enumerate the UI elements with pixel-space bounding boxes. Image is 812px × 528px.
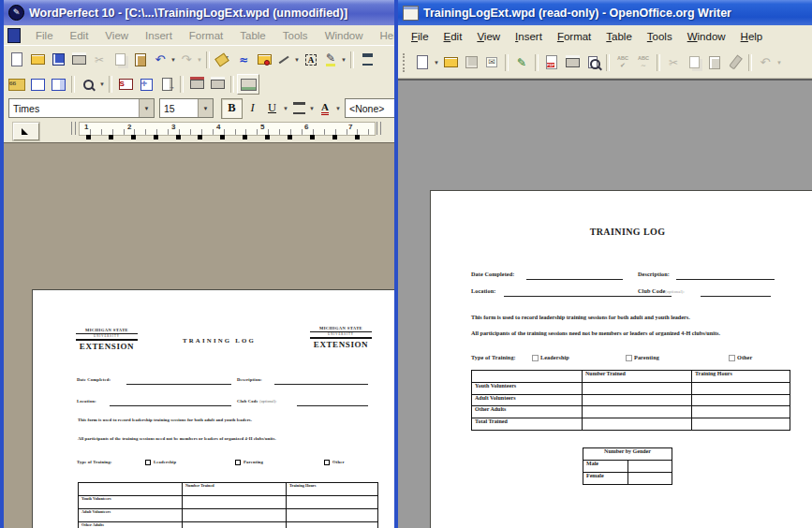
autospellcheck-icon[interactable]: ABC∼ bbox=[633, 53, 654, 72]
undo-icon[interactable]: ↶ bbox=[755, 53, 775, 72]
print-icon[interactable] bbox=[68, 51, 89, 69]
document-icon[interactable] bbox=[7, 28, 21, 43]
underline-dropdown-icon[interactable]: ▼ bbox=[282, 106, 289, 111]
page-preview-icon[interactable] bbox=[583, 53, 603, 72]
tab-stop-markers[interactable] bbox=[86, 135, 367, 139]
page-view-icon[interactable] bbox=[27, 75, 48, 94]
highlight-dropdown-icon[interactable]: ▼ bbox=[340, 57, 347, 63]
other-checkbox[interactable] bbox=[324, 460, 330, 465]
edit-file-icon[interactable]: ✎ bbox=[511, 53, 532, 72]
undo-dropdown-icon[interactable]: ▼ bbox=[775, 60, 783, 66]
print-icon[interactable] bbox=[562, 53, 583, 72]
wp-menu-view[interactable]: View bbox=[97, 28, 136, 43]
leadership-checkbox[interactable] bbox=[145, 460, 151, 465]
draw-scribble-icon[interactable]: ≈ bbox=[233, 51, 254, 69]
quickwords-icon[interactable]: 66 bbox=[7, 75, 27, 94]
leadership-checkbox[interactable] bbox=[532, 355, 539, 361]
text-style-dropdown-icon[interactable]: ▼ bbox=[334, 106, 342, 111]
fax-icon[interactable] bbox=[237, 74, 259, 95]
wp-menu-table[interactable]: Table bbox=[232, 28, 273, 43]
font-face-combo[interactable]: Times ▼ bbox=[8, 98, 155, 118]
save-icon[interactable] bbox=[48, 51, 68, 69]
printer-icon[interactable] bbox=[207, 75, 228, 94]
italic-button[interactable]: I bbox=[243, 99, 262, 118]
redo-icon[interactable]: ↷ bbox=[177, 51, 196, 69]
textbox-icon[interactable]: A bbox=[301, 51, 321, 69]
font-size-dropdown-icon[interactable]: ▼ bbox=[198, 99, 213, 117]
justification-icon[interactable] bbox=[289, 99, 308, 118]
wp-menu-window[interactable]: Window bbox=[317, 28, 371, 43]
wp-menu-tools[interactable]: Tools bbox=[275, 28, 316, 43]
oo-window-title: TrainingLogExt.wpd (read-only) - OpenOff… bbox=[423, 7, 731, 20]
print-history-icon[interactable] bbox=[186, 75, 207, 94]
parenting-checkbox[interactable] bbox=[235, 460, 241, 465]
exit-door-icon[interactable]: → bbox=[156, 75, 177, 94]
format-paintbrush-icon[interactable] bbox=[725, 53, 746, 72]
wp-menu-format[interactable]: Format bbox=[182, 28, 230, 43]
ruler-grip-left[interactable] bbox=[71, 122, 76, 135]
wp-menu-file[interactable]: File bbox=[28, 28, 61, 43]
other-checkbox[interactable] bbox=[729, 355, 735, 361]
oo-page[interactable]: TRAINING LOG Date Completed: Description… bbox=[430, 190, 812, 528]
font-size-combo[interactable]: 15 ▼ bbox=[159, 98, 214, 118]
paste-icon[interactable] bbox=[704, 53, 725, 72]
wp-titlebar[interactable]: ✎ WordPerfect 10 - [C:\...\TrainingLogEx… bbox=[4, 0, 406, 25]
graphics-icon[interactable] bbox=[254, 51, 274, 69]
zoom-icon[interactable] bbox=[78, 75, 98, 94]
numbered-list-icon[interactable] bbox=[357, 51, 377, 69]
bold-button[interactable]: B bbox=[221, 98, 243, 119]
oo-menu-tools[interactable]: Tools bbox=[640, 28, 680, 45]
line-dropdown-icon[interactable]: ▼ bbox=[293, 57, 301, 63]
cut-icon[interactable]: ✂ bbox=[89, 51, 110, 69]
highlight-icon[interactable]: ✎ bbox=[321, 51, 340, 69]
fit-page-icon[interactable]: ✛ bbox=[136, 75, 156, 94]
oo-titlebar[interactable]: TrainingLogExt.wpd (read-only) - OpenOff… bbox=[398, 0, 812, 25]
spellcheck-icon[interactable]: ABC✔ bbox=[613, 53, 633, 72]
email-icon[interactable]: ✉ bbox=[481, 53, 502, 72]
oo-menu-format[interactable]: Format bbox=[550, 28, 598, 45]
spell-book-icon[interactable]: S bbox=[115, 75, 136, 94]
wp-menu-insert[interactable]: Insert bbox=[138, 28, 180, 43]
oo-menu-view[interactable]: View bbox=[469, 28, 508, 45]
new-dropdown-icon[interactable]: ▼ bbox=[433, 60, 440, 66]
toolbar-grip[interactable] bbox=[403, 53, 408, 72]
parenting-checkbox[interactable] bbox=[626, 355, 632, 361]
copy-icon[interactable] bbox=[684, 53, 704, 72]
zoom-dropdown-icon[interactable]: ▼ bbox=[98, 81, 106, 87]
new-document-icon[interactable] bbox=[412, 53, 433, 72]
date-completed-line bbox=[526, 278, 623, 280]
quickformat-icon[interactable]: ✔ bbox=[213, 51, 233, 69]
underline-button[interactable]: U bbox=[262, 99, 282, 118]
cut-icon[interactable]: ✂ bbox=[663, 53, 684, 72]
save-icon[interactable] bbox=[461, 53, 481, 72]
open-icon[interactable] bbox=[27, 51, 48, 69]
redo-dropdown-icon[interactable]: ▼ bbox=[196, 57, 203, 63]
line-icon[interactable] bbox=[274, 51, 293, 69]
ruler-strip[interactable]: 1 2 3 4 5 6 7 bbox=[79, 122, 376, 136]
two-page-view-icon[interactable] bbox=[48, 75, 68, 94]
tab-set-button[interactable] bbox=[13, 123, 39, 140]
oo-menu-window[interactable]: Window bbox=[680, 28, 733, 45]
oo-menu-help[interactable]: Help bbox=[733, 28, 771, 45]
paste-icon[interactable] bbox=[130, 51, 151, 69]
leadership-label: Leadership bbox=[540, 354, 569, 360]
wp-main-toolbar: ✂ ↶ ▼ ↷ ▼ ✔ ≈ ▼ A ✎ ▼ bbox=[4, 45, 406, 73]
oo-menu-edit[interactable]: Edit bbox=[436, 28, 470, 45]
justification-dropdown-icon[interactable]: ▼ bbox=[308, 106, 316, 111]
copy-icon[interactable] bbox=[110, 51, 130, 69]
text-style-icon[interactable]: A bbox=[316, 99, 334, 118]
oo-menu-insert[interactable]: Insert bbox=[508, 28, 550, 45]
undo-dropdown-icon[interactable]: ▼ bbox=[170, 57, 177, 63]
oo-menu-file[interactable]: File bbox=[404, 28, 436, 45]
new-document-icon[interactable] bbox=[7, 51, 27, 69]
wp-document-area[interactable]: MICHIGAN STATE UNIVERSITY EXTENSION TRAI… bbox=[4, 142, 406, 528]
oo-document-area[interactable]: TRAINING LOG Date Completed: Description… bbox=[398, 79, 812, 528]
export-pdf-icon[interactable]: PDF bbox=[541, 53, 562, 72]
undo-icon[interactable]: ↶ bbox=[151, 51, 170, 69]
oo-menu-table[interactable]: Table bbox=[598, 28, 640, 45]
ruler-grip-right[interactable] bbox=[376, 122, 381, 135]
wp-page[interactable]: MICHIGAN STATE UNIVERSITY EXTENSION TRAI… bbox=[32, 289, 397, 528]
open-icon[interactable] bbox=[440, 53, 461, 72]
wp-menu-edit[interactable]: Edit bbox=[63, 28, 96, 43]
font-face-dropdown-icon[interactable]: ▼ bbox=[139, 99, 154, 117]
